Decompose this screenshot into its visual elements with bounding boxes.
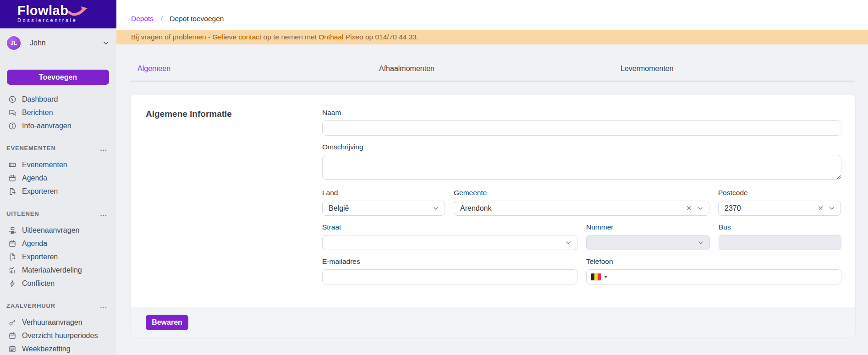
calendar-icon bbox=[8, 240, 16, 248]
form-card: Algemene informatie Naam Omschrijving La… bbox=[131, 95, 855, 338]
sidebar-item-exporteren-uitlenen[interactable]: Exporteren bbox=[0, 250, 116, 263]
section-more-icon[interactable]: ... bbox=[100, 302, 107, 310]
sidebar-item-label: Evenementen bbox=[22, 161, 67, 169]
belgium-flag-icon[interactable] bbox=[591, 273, 601, 280]
section-title: UITLENEN bbox=[6, 210, 39, 217]
sidebar-item-berichten[interactable]: Berichten bbox=[0, 106, 116, 119]
clear-icon[interactable] bbox=[686, 205, 692, 212]
sidebar-item-label: Weekbezetting bbox=[22, 345, 71, 353]
bolt-icon bbox=[8, 279, 16, 288]
tab-algemeen[interactable]: Algemeen bbox=[131, 58, 372, 81]
sidebar-item-label: Overzicht huurperiodes bbox=[22, 332, 98, 340]
user-menu[interactable]: JL John bbox=[7, 35, 110, 51]
form-footer: Bewaren bbox=[131, 307, 855, 338]
naam-label: Naam bbox=[322, 109, 841, 117]
telefoon-input[interactable] bbox=[612, 273, 836, 281]
sidebar-item-label: Dashboard bbox=[22, 95, 58, 104]
sidebar-item-verhuuraanvragen[interactable]: Verhuuraanvragen bbox=[0, 316, 116, 329]
sidebar-item-label: Info-aanvragen bbox=[22, 122, 71, 130]
calendar-icon bbox=[8, 174, 16, 182]
key-icon bbox=[8, 318, 16, 327]
land-select[interactable]: België bbox=[322, 201, 445, 216]
straat-label: Straat bbox=[322, 223, 577, 232]
sidebar-item-uitleenaanvragen[interactable]: Uitleenaanvragen bbox=[0, 224, 116, 237]
omschrijving-label: Omschrijving bbox=[322, 143, 841, 152]
nummer-select bbox=[586, 235, 710, 250]
brand-logo-text: Flowlab bbox=[17, 4, 116, 17]
breadcrumb-current: Depot toevoegen bbox=[170, 15, 224, 22]
notification-banner: Bij vragen of problemen - Gelieve contac… bbox=[116, 30, 868, 44]
chevron-down-icon[interactable] bbox=[432, 205, 439, 212]
nummer-label: Nummer bbox=[586, 223, 710, 232]
bus-input bbox=[719, 235, 841, 250]
omschrijving-textarea[interactable] bbox=[322, 155, 841, 180]
info-icon bbox=[8, 122, 16, 130]
calendar-week-icon bbox=[8, 345, 16, 353]
sidebar-item-materiaalverdeling[interactable]: Materiaalverdeling bbox=[0, 263, 116, 277]
breadcrumb-separator: / bbox=[161, 15, 163, 22]
sidebar-item-label: Agenda bbox=[22, 174, 47, 182]
sidebar-item-label: Berichten bbox=[22, 109, 53, 117]
sidebar-item-exporteren-evenementen[interactable]: Exporteren bbox=[0, 185, 116, 198]
land-label: Land bbox=[322, 189, 445, 197]
sidebar-item-overzicht-huurperiodes[interactable]: Overzicht huurperiodes bbox=[0, 329, 116, 342]
tab-levermomenten[interactable]: Levermomenten bbox=[614, 58, 855, 81]
sidebar: Flowlab Dossiercentrale JL John Toevoege… bbox=[0, 0, 116, 355]
sidebar-item-label: Exporteren bbox=[22, 253, 58, 261]
brand-subtitle: Dossiercentrale bbox=[17, 17, 116, 23]
telefoon-field bbox=[586, 269, 841, 284]
calendar-icon bbox=[8, 332, 16, 340]
email-label: E-mailadres bbox=[322, 257, 577, 266]
telefoon-label: Telefoon bbox=[586, 257, 841, 266]
bus-label: Bus bbox=[719, 223, 841, 232]
sidebar-item-label: Materiaalverdeling bbox=[22, 266, 82, 274]
save-button[interactable]: Bewaren bbox=[146, 315, 188, 330]
chevron-down-icon[interactable] bbox=[828, 205, 835, 212]
hand-box-icon bbox=[8, 226, 16, 235]
main-area: Depots / Depot toevoegen Bij vragen of p… bbox=[116, 0, 868, 355]
chevron-down-icon bbox=[697, 239, 704, 246]
add-button[interactable]: Toevoegen bbox=[7, 70, 109, 85]
gauge-icon bbox=[8, 95, 16, 104]
breadcrumb-link-depots[interactable]: Depots bbox=[131, 15, 154, 22]
user-name: John bbox=[30, 39, 102, 47]
flag-dropdown-icon[interactable] bbox=[604, 276, 608, 278]
sidebar-item-weekbezetting[interactable]: Weekbezetting bbox=[0, 342, 116, 355]
tab-bar: Algemeen Afhaalmomenten Levermomenten bbox=[131, 58, 855, 82]
section-title: EVENEMENTEN bbox=[6, 145, 56, 152]
section-header-uitlenen: UITLENEN ... bbox=[6, 209, 107, 218]
depot-form: Naam Omschrijving Land België bbox=[322, 95, 841, 307]
chevron-down-icon bbox=[102, 39, 110, 47]
postcode-select[interactable]: 2370 bbox=[718, 201, 841, 216]
straat-select[interactable] bbox=[322, 235, 577, 250]
brand-header: Flowlab Dossiercentrale bbox=[0, 0, 116, 28]
section-title: ZAALVERHUUR bbox=[6, 302, 55, 309]
tab-afhaalmomenten[interactable]: Afhaalmomenten bbox=[372, 58, 614, 81]
sidebar-item-dashboard[interactable]: Dashboard bbox=[0, 93, 116, 106]
sidebar-item-label: Exporteren bbox=[22, 187, 58, 196]
chevron-down-icon[interactable] bbox=[697, 205, 704, 212]
section-more-icon[interactable]: ... bbox=[100, 210, 107, 218]
sidebar-item-agenda-evenementen[interactable]: Agenda bbox=[0, 171, 116, 185]
sidebar-item-agenda-uitlenen[interactable]: Agenda bbox=[0, 237, 116, 250]
postcode-value: 2370 bbox=[725, 204, 741, 213]
chart-icon bbox=[8, 266, 16, 274]
sidebar-item-evenementen[interactable]: Evenementen bbox=[0, 158, 116, 171]
section-more-icon[interactable]: ... bbox=[100, 144, 107, 152]
chevron-down-icon[interactable] bbox=[565, 239, 572, 246]
section-header-zaalverhuur: ZAALVERHUUR ... bbox=[6, 301, 107, 310]
postcode-label: Postcode bbox=[718, 189, 841, 197]
gemeente-label: Gemeente bbox=[454, 189, 709, 197]
email-input[interactable] bbox=[322, 269, 577, 284]
gemeente-select[interactable]: Arendonk bbox=[454, 201, 709, 216]
naam-input[interactable] bbox=[322, 120, 841, 136]
sidebar-item-info-aanvragen[interactable]: Info-aanvragen bbox=[0, 119, 116, 132]
section-header-evenementen: EVENEMENTEN ... bbox=[6, 143, 107, 153]
avatar: JL bbox=[7, 36, 21, 50]
clear-icon[interactable] bbox=[817, 205, 824, 212]
sidebar-item-conflicten[interactable]: Conflicten bbox=[0, 277, 116, 290]
breadcrumb: Depots / Depot toevoegen bbox=[131, 15, 224, 23]
gemeente-value: Arendonk bbox=[460, 204, 492, 213]
sidebar-nav: Dashboard Berichten Info-aanvragen EVENE… bbox=[0, 93, 116, 355]
ticket-icon bbox=[8, 161, 16, 169]
